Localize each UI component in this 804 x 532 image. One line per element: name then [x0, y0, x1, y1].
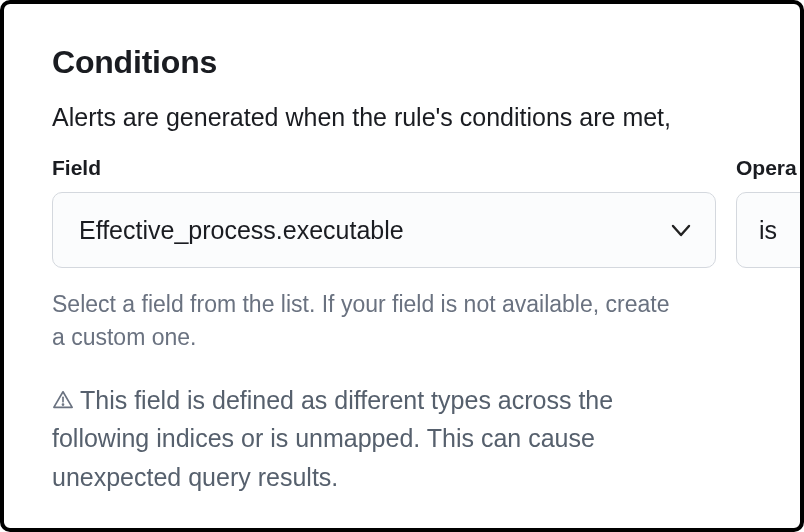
operator-select[interactable]: is [736, 192, 804, 268]
chevron-down-icon [669, 218, 693, 242]
warning-icon [52, 389, 74, 411]
field-label: Field [52, 156, 716, 180]
conditions-description: Alerts are generated when the rule's con… [52, 103, 752, 132]
operator-select-value: is [759, 216, 777, 245]
field-warning-text: This field is defined as different types… [52, 381, 712, 497]
field-select[interactable]: Effective_process.executable [52, 192, 716, 268]
field-select-value: Effective_process.executable [79, 216, 404, 245]
field-column: Field Effective_process.executable Selec… [52, 156, 716, 497]
field-warning-message: This field is defined as different types… [52, 386, 613, 492]
conditions-row: Field Effective_process.executable Selec… [52, 156, 804, 497]
conditions-heading: Conditions [52, 44, 752, 81]
svg-point-1 [62, 404, 63, 405]
operator-column: Opera is [736, 156, 804, 268]
field-helper-text: Select a field from the list. If your fi… [52, 288, 672, 355]
operator-label: Opera [736, 156, 804, 180]
